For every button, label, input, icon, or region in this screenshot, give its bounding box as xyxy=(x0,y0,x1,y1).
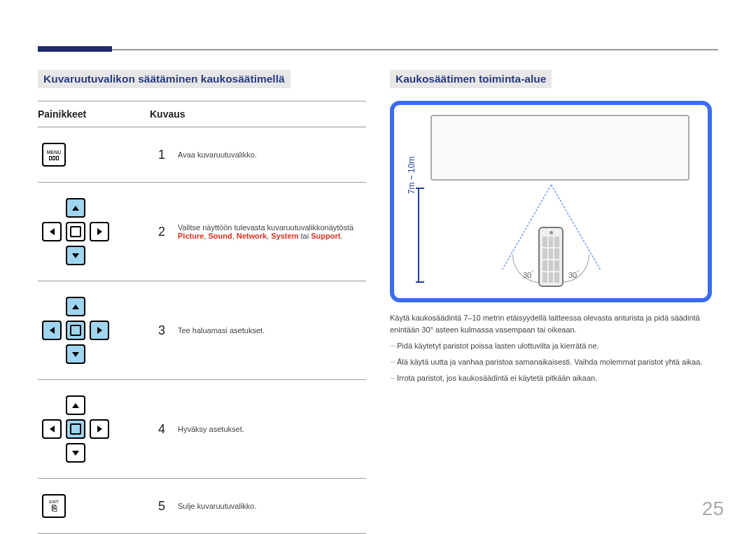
dpad-enter-icon xyxy=(66,222,85,241)
menu-icon-label: MENU xyxy=(47,150,62,155)
dpad-right-icon xyxy=(90,222,109,241)
dpad-left-icon xyxy=(42,222,62,241)
note-item: Älä käytä uutta ja vanhaa paristoa saman… xyxy=(390,356,718,368)
header-accent xyxy=(38,46,112,52)
dpad-enter-icon xyxy=(66,419,85,439)
remote-range-figure: 7m ~ 10m 30° 30° xyxy=(390,101,712,302)
dpad-up-icon xyxy=(66,395,85,415)
menu-options-list: Picture, Sound, Network, System tai Supp… xyxy=(178,232,342,240)
step-number: 4 xyxy=(150,380,174,479)
angle-right-label: 30° xyxy=(568,270,579,279)
table-row: 2 Valitse näyttöön tulevasta kuvaruutuva… xyxy=(38,183,366,281)
dpad-right-icon xyxy=(90,419,109,439)
dpad-up-down-icon xyxy=(42,198,109,265)
table-row: 3 Tee haluamasi asetukset. xyxy=(38,281,366,380)
note-item: Irrota paristot, jos kaukosäädintä ei kä… xyxy=(390,372,718,384)
dpad-down-icon xyxy=(66,443,85,463)
step-number: 2 xyxy=(150,183,174,281)
dpad-enter-only-icon xyxy=(42,395,109,463)
page-number: 25 xyxy=(702,498,724,520)
distance-label: 7m ~ 10m xyxy=(407,157,416,195)
right-section-heading: Kaukosäätimen toiminta-alue xyxy=(390,70,552,88)
left-section-heading: Kuvaruutuvalikon säätäminen kaukosäätime… xyxy=(38,70,290,88)
dpad-down-icon xyxy=(66,246,85,265)
step-description: Valitse näyttöön tulevasta kuvaruutuvali… xyxy=(174,183,366,281)
display-icon xyxy=(430,115,690,181)
two-column-layout: Kuvaruutuvalikon säätäminen kaukosäätime… xyxy=(38,70,718,534)
step-number: 5 xyxy=(150,479,174,534)
dpad-down-icon xyxy=(66,344,85,364)
menu-button-icon: MENU xyxy=(42,143,66,167)
step-description: Avaa kuvaruutuvalikko. xyxy=(174,127,366,183)
menu-icon-graphic xyxy=(49,156,59,160)
dpad-up-icon xyxy=(66,297,85,316)
dpad-right-icon xyxy=(90,321,109,340)
step-description: Sulje kuvaruutuvalikko. xyxy=(174,479,366,534)
table-row: 4 Hyväksy asetukset. xyxy=(38,380,366,479)
left-column: Kuvaruutuvalikon säätäminen kaukosäätime… xyxy=(38,70,366,534)
dpad-up-icon xyxy=(66,198,85,218)
header-rule xyxy=(38,49,718,50)
step-description: Hyväksy asetukset. xyxy=(174,380,366,479)
exit-button-icon: EXIT ⎘ xyxy=(42,494,66,518)
remote-range-text: Käytä kaukosäädintä 7–10 metrin etäisyyd… xyxy=(390,312,718,384)
note-item: Pidä käytetyt paristot poissa lasten ulo… xyxy=(390,340,718,352)
range-paragraph: Käytä kaukosäädintä 7–10 metrin etäisyyd… xyxy=(390,312,718,336)
exit-icon-graphic: ⎘ xyxy=(52,504,57,512)
dpad-left-icon xyxy=(42,321,62,340)
step-number: 3 xyxy=(150,281,174,380)
table-row: MENU 1 Avaa kuvaruutuvalikko. xyxy=(38,127,366,183)
button-description-table: Painikkeet Kuvaus MENU 1 xyxy=(38,101,366,534)
angle-left-label: 30° xyxy=(523,270,533,279)
right-column: Kaukosäätimen toiminta-alue 7m ~ 10m 30°… xyxy=(390,70,718,534)
remote-control-icon xyxy=(538,227,564,287)
table-header-description: Kuvaus xyxy=(150,101,366,127)
manual-page: Kuvaruutuvalikon säätäminen kaukosäätime… xyxy=(0,0,756,534)
dpad-all-icon xyxy=(42,297,109,364)
dpad-left-icon xyxy=(42,419,62,439)
table-header-buttons: Painikkeet xyxy=(38,101,150,127)
distance-indicator-icon xyxy=(418,188,419,283)
dpad-enter-icon xyxy=(66,321,85,340)
table-row: EXIT ⎘ 5 Sulje kuvaruutuvalikko. xyxy=(38,479,366,534)
step-number: 1 xyxy=(150,127,174,183)
step-description: Tee haluamasi asetukset. xyxy=(174,281,366,380)
